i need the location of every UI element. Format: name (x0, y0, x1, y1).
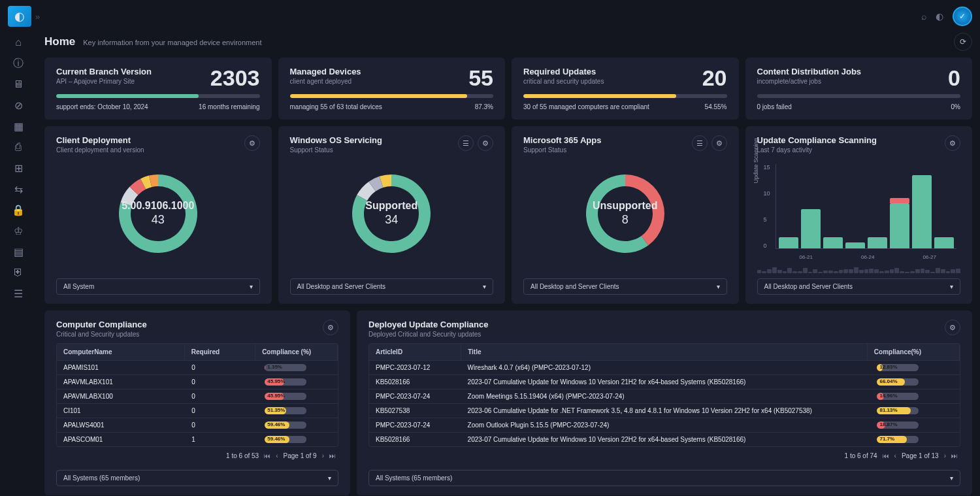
pager-page: Page 1 of 13 (902, 452, 939, 459)
card-subtitle: Deployed Critical and Security updates (368, 331, 488, 338)
stat-foot-left: 30 of 55 managed computers are compliant (523, 103, 649, 110)
collection-select[interactable]: All Desktop and Server Clients▾ (523, 278, 727, 295)
stat-foot-left: managing 55 of 63 total devices (290, 103, 382, 110)
chevron-down-icon: ▾ (950, 283, 953, 290)
first-page-button[interactable]: ⏮ (883, 452, 889, 459)
pager-range: 1 to 6 of 53 (226, 452, 259, 459)
stat-card: Required Updatescritical and security up… (512, 58, 739, 120)
expand-sidebar-icon[interactable]: » (35, 12, 40, 22)
table-row[interactable]: KB50281662023-07 Cumulative Update for W… (369, 432, 960, 446)
gear-icon[interactable]: ⚙ (945, 135, 960, 151)
block-icon[interactable]: ⊘ (12, 99, 24, 111)
collection-select[interactable]: All Systems (65 members)▾ (56, 470, 338, 486)
card-subtitle: Client deployment and version (56, 146, 144, 154)
info-icon[interactable]: ⓘ (12, 58, 24, 69)
table-row[interactable]: APASCOM01159.46% (57, 432, 338, 446)
stat-subtitle: client agent deployed (290, 78, 361, 85)
col-header[interactable]: ArticleID (369, 344, 461, 360)
user-avatar[interactable]: ✓ (953, 7, 972, 26)
refresh-button[interactable]: ⟳ (954, 33, 972, 51)
donut-center-value: 8 (593, 213, 658, 227)
col-header[interactable]: Required (185, 344, 255, 360)
app-logo[interactable]: ◐ (8, 6, 31, 27)
collection-select[interactable]: All Systems (65 members)▾ (368, 470, 960, 486)
computer-compliance-card: Computer Compliance Critical and Securit… (44, 310, 350, 495)
table-row[interactable]: KB50275382023-06 Cumulative Update for .… (369, 403, 960, 418)
stat-subtitle: API – Apajove Primary Site (56, 78, 152, 85)
stat-title: Content Distribution Jobs (757, 67, 862, 76)
col-header[interactable]: Compliance (%) (255, 344, 338, 360)
search-icon[interactable]: ⌕ (921, 11, 926, 22)
next-page-button[interactable]: › (944, 452, 946, 459)
gear-icon[interactable]: ⚙ (323, 320, 338, 335)
chart-card: Microsoft 365 AppsSupport Status☰⚙Unsupp… (512, 126, 739, 304)
collection-select[interactable]: All Desktop and Server Clients▾ (757, 278, 961, 295)
stat-foot-right: 54.55% (705, 103, 727, 110)
list-icon[interactable]: ☰ (692, 135, 708, 151)
stat-value: 20 (702, 67, 727, 89)
collection-select[interactable]: All Desktop and Server Clients▾ (290, 278, 494, 295)
lock-icon[interactable]: 🔒 (12, 204, 24, 216)
card-subtitle: Last 7 days activity (757, 146, 877, 154)
col-header[interactable]: Compliance(%) (868, 344, 960, 360)
first-page-button[interactable]: ⏮ (264, 452, 270, 459)
table-row[interactable]: PMPC-2023-07-24Zoom Meetings 5.15.19404 … (369, 389, 960, 403)
table-row[interactable]: PMPC-2023-07-24Zoom Outlook Plugin 5.15.… (369, 418, 960, 432)
last-page-button[interactable]: ⏭ (951, 452, 958, 459)
table-row[interactable]: APAMIS10101.35% (57, 360, 338, 374)
table-row[interactable]: PMPC-2023-07-12Wireshark 4.0.7 (x64) (PM… (369, 360, 960, 374)
card-title: Microsoft 365 Apps (523, 135, 601, 145)
stat-subtitle: critical and security updates (523, 78, 604, 85)
card-subtitle: Support Status (290, 146, 382, 154)
last-page-button[interactable]: ⏭ (329, 452, 336, 459)
chart-card: Windows OS ServicingSupport Status☰⚙Supp… (278, 126, 506, 304)
deploy-icon[interactable]: ⎙ (12, 141, 24, 153)
table-row[interactable]: KB50281662023-07 Cumulative Update for W… (369, 374, 960, 389)
table-row[interactable]: APAVMLABX101045.95% (57, 374, 338, 389)
chevron-down-icon: ▾ (950, 474, 953, 482)
pager-page: Page 1 of 9 (284, 452, 317, 459)
home-icon[interactable]: ⌂ (12, 37, 24, 48)
card-title: Windows OS Servicing (290, 135, 382, 145)
apps-icon[interactable]: ▦ (12, 120, 24, 132)
donut-center-label: Supported (365, 200, 417, 212)
stat-foot-left: 0 jobs failed (757, 103, 792, 110)
chevron-down-icon: ▾ (483, 283, 486, 290)
gear-icon[interactable]: ⚙ (244, 135, 260, 151)
stat-value: 2303 (210, 67, 260, 89)
share-icon[interactable]: ⇆ (12, 183, 24, 195)
donut-center-label: Unsupported (593, 200, 658, 212)
stat-title: Required Updates (523, 67, 604, 76)
prev-page-button[interactable]: ‹ (894, 452, 896, 459)
stat-title: Managed Devices (290, 67, 361, 76)
col-header[interactable]: ComputerName (57, 344, 185, 360)
col-header[interactable]: Title (461, 344, 868, 360)
theme-toggle-icon[interactable]: ◐ (936, 11, 943, 22)
gear-icon[interactable]: ⚙ (478, 135, 493, 151)
grid-icon[interactable]: ⊞ (12, 162, 24, 174)
card-title: Update Compliance Scanning (757, 135, 877, 145)
gear-icon[interactable]: ⚙ (711, 135, 727, 151)
database-icon[interactable]: ☰ (12, 288, 24, 299)
table-row[interactable]: CI101051.35% (57, 403, 338, 418)
card-title: Deployed Update Compliance (368, 320, 488, 329)
table-row[interactable]: APAVMLABX100045.95% (57, 389, 338, 403)
collection-select[interactable]: All System▾ (56, 278, 260, 295)
topbar: ◐ » ⌕ ◐ ✓ (0, 0, 980, 33)
list-icon[interactable]: ☰ (458, 135, 474, 151)
gear-icon[interactable]: ⚙ (945, 320, 960, 335)
stat-card: Managed Devicesclient agent deployed55ma… (278, 58, 506, 120)
stat-foot-left: support ends: October 10, 2024 (56, 103, 148, 110)
hierarchy-icon[interactable]: ♔ (12, 225, 24, 237)
card-title: Computer Compliance (56, 320, 147, 329)
table-row[interactable]: APALWS4001059.46% (57, 418, 338, 432)
stat-subtitle: incomplete/active jobs (757, 78, 862, 85)
chevron-down-icon: ▾ (717, 283, 720, 290)
prev-page-button[interactable]: ‹ (276, 452, 278, 459)
stat-title: Current Branch Version (56, 67, 152, 76)
server-icon[interactable]: ▤ (12, 246, 24, 257)
shield-icon[interactable]: ⛨ (12, 267, 24, 278)
devices-icon[interactable]: 🖥 (12, 78, 24, 90)
next-page-button[interactable]: › (322, 452, 324, 459)
card-subtitle: Support Status (523, 146, 601, 154)
